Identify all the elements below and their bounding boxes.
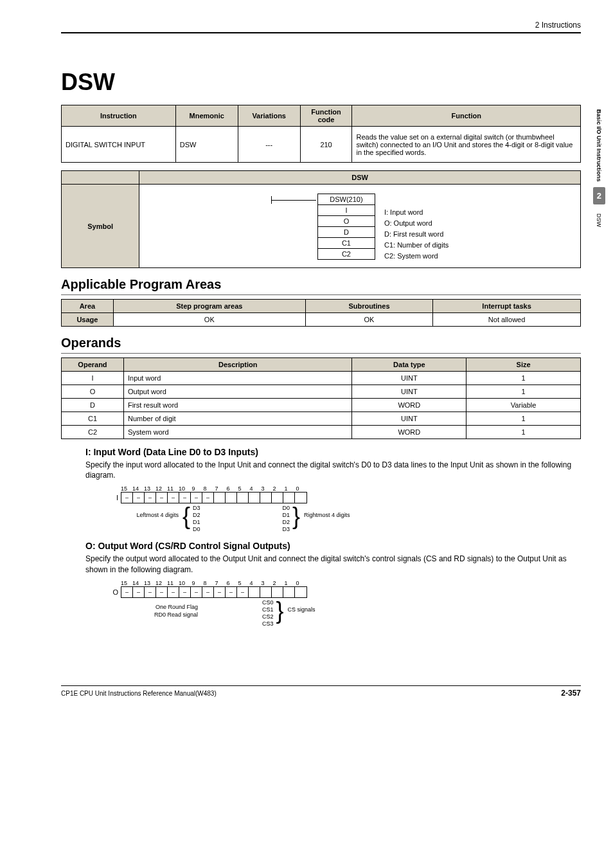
bit-cell [283,493,295,503]
bit-cell: – [133,493,145,503]
areas-h2: Subroutines [305,300,432,313]
areas-cell: Not allowed [433,313,581,327]
bit-cell [283,587,295,597]
ops-h0: Operand [62,358,124,372]
input-word-heading: I: Input Word (Data Line D0 to D3 Inputs… [85,447,581,457]
right-group-label: CS signals [284,599,315,613]
bit-header: 10 [176,485,188,492]
line-label: D1 [283,512,290,519]
bit-cell [249,493,260,503]
ladder-labels: I: Input word O: Output word D: First re… [384,194,449,261]
bit-cell: – [145,587,156,597]
ladder-label: O: Output word [384,217,449,228]
ladder-row: O [318,216,375,227]
section-ops-title: Operands [61,336,581,350]
desc-cell: Input word [123,372,352,385]
bit-header: 15 [118,485,130,492]
bit-header: 4 [245,485,257,492]
size-cell: 1 [466,385,581,399]
bit-cell: – [202,587,214,597]
bit-cell: – [121,587,133,597]
bit-header: 4 [245,580,257,586]
page-footer: CP1E CPU Unit Instructions Reference Man… [61,685,581,698]
line-label: D3 [283,526,290,533]
ladder-diagram: DSW(210) I O D C1 C2 I: Input word O: Ou… [143,187,576,265]
size-cell: Variable [466,399,581,412]
areas-h0: Area [62,300,114,313]
op-cell: C1 [62,412,124,426]
bit-cell: – [168,587,179,597]
areas-usage-label: Usage [62,313,114,327]
bit-cell [295,587,306,597]
bit-header: 9 [188,485,199,492]
line-label: RD0 Read signal [118,611,198,619]
bit-cell [249,587,260,597]
ladder-label: C1: Number of digits [384,239,449,250]
bit-header: 13 [141,580,153,586]
bit-header: 2 [269,580,280,586]
input-word-body: Specify the input word allocated to the … [85,460,581,480]
col-variations: Variations [238,105,300,127]
operand-row: DFirst result wordWORDVariable [62,399,581,412]
ladder-label: D: First result word [384,228,449,239]
bit-header: 3 [257,580,269,586]
line-label: D3 [193,505,200,512]
bit-header: 0 [292,485,303,492]
op-cell: C2 [62,426,124,439]
bit-header: 10 [176,580,188,586]
bit-cell [214,493,226,503]
bit-header: 9 [188,580,199,586]
bit-cell: – [121,493,133,503]
size-cell: 1 [466,412,581,426]
bit-cell: – [226,587,237,597]
bit-cell: – [237,587,249,597]
bit-header: 12 [153,485,164,492]
type-cell: UINT [352,372,466,385]
page-title: DSW [61,69,581,96]
right-group-label: Rightmost 4 digits [300,505,350,519]
line-label: CS0 [262,599,274,606]
areas-cell: OK [305,313,432,327]
areas-h1: Step program areas [113,300,305,313]
cell-variations: --- [238,127,300,163]
bit-header: 1 [280,580,292,586]
line-label: One Round Flag [118,603,198,611]
diagram-letter: I [109,494,118,502]
page-header: 2 Instructions [61,21,581,30]
bit-header: 3 [257,485,269,492]
bit-cell [260,587,272,597]
operand-row: OOutput wordUINT1 [62,385,581,399]
line-label: CS1 [262,606,274,613]
ladder-row: I [318,205,375,216]
type-cell: UINT [352,385,466,399]
line-label: CS3 [262,620,274,628]
section-rule [61,294,581,295]
bit-cell: – [156,493,168,503]
section-areas-title: Applicable Program Areas [61,277,581,292]
footer-page: 2-357 [561,689,581,698]
ladder-row: C1 [318,238,375,249]
side-instruction-label: DSW [596,213,602,227]
ladder-row: C2 [318,249,375,259]
bit-header: 6 [222,580,234,586]
ops-h1: Description [123,358,352,372]
bit-header: 0 [292,580,303,586]
bit-header: 5 [234,485,245,492]
type-cell: UINT [352,412,466,426]
desc-cell: System word [123,426,352,439]
bit-header: 8 [199,580,211,586]
areas-cell: OK [113,313,305,327]
bit-header: 1 [280,485,292,492]
section-rule [61,353,581,354]
symbol-empty-head [62,171,139,185]
line-label: D2 [193,512,200,519]
symbol-cell: DSW(210) I O D C1 C2 I: Input word O: Ou… [139,185,581,268]
op-cell: D [62,399,124,412]
col-mnemonic: Mnemonic [175,105,238,127]
col-function-code: Function code [300,105,352,127]
symbol-row-label: Symbol [62,185,139,268]
bit-cell: – [168,493,179,503]
desc-cell: Number of digit [123,412,352,426]
cell-instruction: DIGITAL SWITCH INPUT [62,127,176,163]
size-cell: 1 [466,372,581,385]
